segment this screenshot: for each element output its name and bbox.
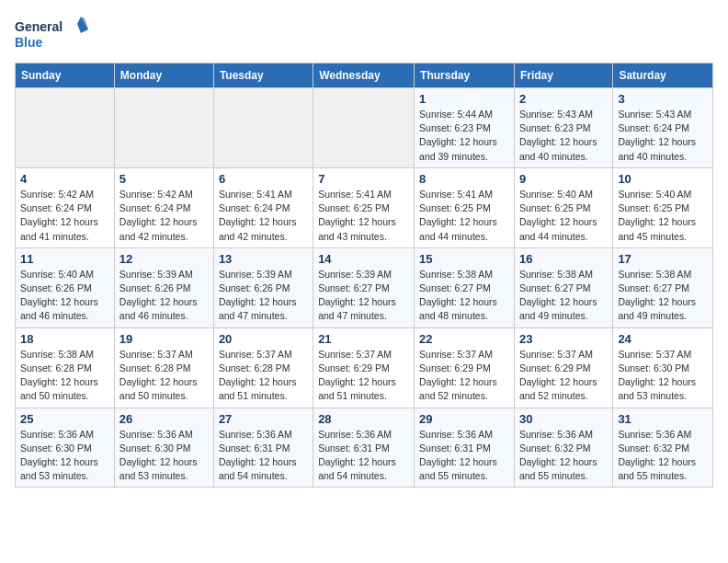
day-info: Sunrise: 5:36 AM Sunset: 6:32 PM Dayligh… <box>519 428 608 484</box>
day-info: Sunrise: 5:37 AM Sunset: 6:28 PM Dayligh… <box>219 348 308 404</box>
calendar-cell: 27Sunrise: 5:36 AM Sunset: 6:31 PM Dayli… <box>213 408 313 488</box>
day-number: 20 <box>219 332 308 346</box>
day-info: Sunrise: 5:36 AM Sunset: 6:30 PM Dayligh… <box>20 428 109 484</box>
calendar-cell: 22Sunrise: 5:37 AM Sunset: 6:29 PM Dayli… <box>415 327 515 408</box>
calendar-cell: 28Sunrise: 5:36 AM Sunset: 6:31 PM Dayli… <box>313 408 415 488</box>
day-info: Sunrise: 5:36 AM Sunset: 6:30 PM Dayligh… <box>119 428 209 484</box>
calendar-cell: 5Sunrise: 5:42 AM Sunset: 6:24 PM Daylig… <box>114 167 213 247</box>
day-number: 18 <box>20 332 109 346</box>
weekday-header: Thursday <box>415 63 515 88</box>
day-number: 1 <box>419 92 509 106</box>
calendar-cell: 14Sunrise: 5:39 AM Sunset: 6:27 PM Dayli… <box>313 247 415 327</box>
calendar-cell: 2Sunrise: 5:43 AM Sunset: 6:23 PM Daylig… <box>514 88 612 168</box>
day-info: Sunrise: 5:41 AM Sunset: 6:25 PM Dayligh… <box>318 188 409 244</box>
day-info: Sunrise: 5:37 AM Sunset: 6:29 PM Dayligh… <box>519 348 608 404</box>
day-number: 21 <box>318 332 409 346</box>
day-info: Sunrise: 5:39 AM Sunset: 6:26 PM Dayligh… <box>219 268 308 324</box>
page-header: General Blue <box>15 15 713 55</box>
weekday-header: Sunday <box>16 63 115 88</box>
calendar-cell <box>16 88 115 168</box>
day-number: 10 <box>618 172 708 186</box>
calendar-cell: 24Sunrise: 5:37 AM Sunset: 6:30 PM Dayli… <box>613 327 713 408</box>
day-number: 29 <box>419 412 509 426</box>
day-number: 6 <box>219 172 308 186</box>
calendar-cell: 18Sunrise: 5:38 AM Sunset: 6:28 PM Dayli… <box>16 327 115 408</box>
calendar-cell: 8Sunrise: 5:41 AM Sunset: 6:25 PM Daylig… <box>415 167 515 247</box>
day-info: Sunrise: 5:36 AM Sunset: 6:31 PM Dayligh… <box>419 428 509 484</box>
calendar-cell: 3Sunrise: 5:43 AM Sunset: 6:24 PM Daylig… <box>613 88 713 168</box>
day-info: Sunrise: 5:37 AM Sunset: 6:30 PM Dayligh… <box>618 348 708 404</box>
calendar-cell: 16Sunrise: 5:38 AM Sunset: 6:27 PM Dayli… <box>514 247 612 327</box>
svg-text:General: General <box>15 19 63 34</box>
day-info: Sunrise: 5:38 AM Sunset: 6:27 PM Dayligh… <box>419 268 509 324</box>
calendar-cell: 17Sunrise: 5:38 AM Sunset: 6:27 PM Dayli… <box>613 247 713 327</box>
day-info: Sunrise: 5:44 AM Sunset: 6:23 PM Dayligh… <box>419 108 509 164</box>
day-info: Sunrise: 5:42 AM Sunset: 6:24 PM Dayligh… <box>20 188 109 244</box>
day-info: Sunrise: 5:36 AM Sunset: 6:32 PM Dayligh… <box>618 428 708 484</box>
day-number: 23 <box>519 332 608 346</box>
day-number: 17 <box>618 252 708 266</box>
logo: General Blue <box>15 15 88 55</box>
day-number: 9 <box>519 172 608 186</box>
day-number: 26 <box>119 412 209 426</box>
day-info: Sunrise: 5:42 AM Sunset: 6:24 PM Dayligh… <box>119 188 209 244</box>
day-info: Sunrise: 5:37 AM Sunset: 6:29 PM Dayligh… <box>419 348 509 404</box>
calendar-cell: 10Sunrise: 5:40 AM Sunset: 6:25 PM Dayli… <box>613 167 713 247</box>
calendar-table: SundayMondayTuesdayWednesdayThursdayFrid… <box>15 63 713 488</box>
weekday-header: Friday <box>514 63 612 88</box>
day-info: Sunrise: 5:43 AM Sunset: 6:23 PM Dayligh… <box>519 108 608 164</box>
day-number: 11 <box>20 252 109 266</box>
day-info: Sunrise: 5:38 AM Sunset: 6:28 PM Dayligh… <box>20 348 109 404</box>
weekday-header: Monday <box>114 63 213 88</box>
day-number: 2 <box>519 92 608 106</box>
calendar-cell: 1Sunrise: 5:44 AM Sunset: 6:23 PM Daylig… <box>415 88 515 168</box>
day-number: 27 <box>219 412 308 426</box>
day-info: Sunrise: 5:39 AM Sunset: 6:26 PM Dayligh… <box>119 268 209 324</box>
calendar-cell <box>313 88 415 168</box>
day-number: 25 <box>20 412 109 426</box>
day-info: Sunrise: 5:36 AM Sunset: 6:31 PM Dayligh… <box>318 428 409 484</box>
day-info: Sunrise: 5:38 AM Sunset: 6:27 PM Dayligh… <box>618 268 708 324</box>
calendar-cell: 23Sunrise: 5:37 AM Sunset: 6:29 PM Dayli… <box>514 327 612 408</box>
day-info: Sunrise: 5:39 AM Sunset: 6:27 PM Dayligh… <box>318 268 409 324</box>
day-number: 31 <box>618 412 708 426</box>
calendar-cell: 6Sunrise: 5:41 AM Sunset: 6:24 PM Daylig… <box>213 167 313 247</box>
day-info: Sunrise: 5:37 AM Sunset: 6:28 PM Dayligh… <box>119 348 209 404</box>
calendar-cell <box>114 88 213 168</box>
day-info: Sunrise: 5:40 AM Sunset: 6:26 PM Dayligh… <box>20 268 109 324</box>
calendar-cell: 31Sunrise: 5:36 AM Sunset: 6:32 PM Dayli… <box>613 408 713 488</box>
day-info: Sunrise: 5:36 AM Sunset: 6:31 PM Dayligh… <box>219 428 308 484</box>
day-number: 14 <box>318 252 409 266</box>
weekday-header: Wednesday <box>313 63 415 88</box>
calendar-cell: 21Sunrise: 5:37 AM Sunset: 6:29 PM Dayli… <box>313 327 415 408</box>
day-info: Sunrise: 5:40 AM Sunset: 6:25 PM Dayligh… <box>519 188 608 244</box>
day-number: 16 <box>519 252 608 266</box>
calendar-cell: 7Sunrise: 5:41 AM Sunset: 6:25 PM Daylig… <box>313 167 415 247</box>
day-info: Sunrise: 5:37 AM Sunset: 6:29 PM Dayligh… <box>318 348 409 404</box>
day-info: Sunrise: 5:41 AM Sunset: 6:25 PM Dayligh… <box>419 188 509 244</box>
calendar-cell <box>213 88 313 168</box>
day-number: 24 <box>618 332 708 346</box>
calendar-cell: 20Sunrise: 5:37 AM Sunset: 6:28 PM Dayli… <box>213 327 313 408</box>
day-info: Sunrise: 5:40 AM Sunset: 6:25 PM Dayligh… <box>618 188 708 244</box>
day-info: Sunrise: 5:41 AM Sunset: 6:24 PM Dayligh… <box>219 188 308 244</box>
svg-text:Blue: Blue <box>15 35 43 50</box>
calendar-cell: 25Sunrise: 5:36 AM Sunset: 6:30 PM Dayli… <box>16 408 115 488</box>
day-number: 22 <box>419 332 509 346</box>
day-number: 7 <box>318 172 409 186</box>
day-number: 28 <box>318 412 409 426</box>
calendar-cell: 19Sunrise: 5:37 AM Sunset: 6:28 PM Dayli… <box>114 327 213 408</box>
day-number: 3 <box>618 92 708 106</box>
calendar-cell: 9Sunrise: 5:40 AM Sunset: 6:25 PM Daylig… <box>514 167 612 247</box>
weekday-header: Tuesday <box>213 63 313 88</box>
calendar-cell: 13Sunrise: 5:39 AM Sunset: 6:26 PM Dayli… <box>213 247 313 327</box>
day-info: Sunrise: 5:43 AM Sunset: 6:24 PM Dayligh… <box>618 108 708 164</box>
weekday-header: Saturday <box>613 63 713 88</box>
day-info: Sunrise: 5:38 AM Sunset: 6:27 PM Dayligh… <box>519 268 608 324</box>
day-number: 13 <box>219 252 308 266</box>
day-number: 4 <box>20 172 109 186</box>
logo-svg: General Blue <box>15 15 88 55</box>
calendar-cell: 12Sunrise: 5:39 AM Sunset: 6:26 PM Dayli… <box>114 247 213 327</box>
day-number: 5 <box>119 172 209 186</box>
day-number: 12 <box>119 252 209 266</box>
